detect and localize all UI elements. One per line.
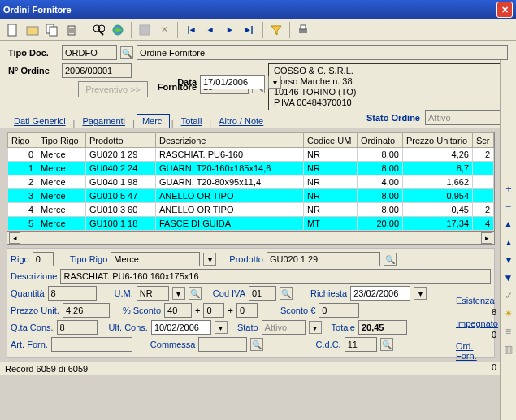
next-icon[interactable]: ▸ [222, 22, 238, 38]
sconto1-field[interactable]: 40 [164, 303, 192, 318]
cdc-field[interactable]: 11 [345, 337, 377, 352]
prodotto-lookup-icon[interactable]: 🔍 [384, 253, 397, 266]
copy-icon[interactable] [44, 22, 60, 38]
stato-ordine-label: Stato Ordine [366, 113, 420, 123]
tab-totali[interactable]: Totali [176, 114, 208, 128]
first-icon[interactable]: |◂ [183, 22, 199, 38]
data-field[interactable]: 17/01/2006 [200, 75, 265, 89]
add-row-icon[interactable]: ＋ [502, 182, 515, 195]
globe-icon[interactable] [110, 22, 126, 38]
supplier-box: COSSO & C. S.R.L. Corso Marche n. 38 101… [268, 63, 508, 110]
sconto3-field[interactable]: 0 [236, 303, 258, 318]
svg-rect-3 [50, 27, 57, 36]
stato-field[interactable]: Attivo [262, 320, 306, 335]
tab-pagamenti[interactable]: Pagamenti [76, 114, 131, 128]
open-icon[interactable] [24, 22, 41, 38]
remove-row-icon[interactable]: − [502, 200, 515, 213]
preventivo-button: Preventivo >> [78, 81, 148, 97]
rigo-field: 0 [33, 252, 54, 266]
move-up-icon[interactable]: ▴ [502, 236, 515, 249]
codiva-field[interactable]: 01 [249, 286, 276, 301]
quantita-field[interactable]: 8 [48, 286, 97, 301]
tipo-doc-lookup[interactable]: 🔍 [120, 46, 133, 59]
svg-point-10 [98, 25, 105, 32]
move-down-icon[interactable]: ▾ [502, 253, 515, 266]
nordine-field: 2006/00001 [62, 63, 132, 78]
delete-icon[interactable] [63, 22, 80, 38]
qtacons-field: 8 [57, 320, 98, 335]
svg-rect-0 [8, 24, 16, 36]
stock-panel: Esistenza 8 Impegnato 0 Ord. Forn. 0 [456, 296, 498, 374]
new-icon[interactable] [5, 22, 21, 38]
svg-rect-1 [27, 27, 38, 35]
titlebar: Ordini Fornitore ✕ [0, 0, 516, 19]
artforn-field[interactable] [51, 337, 132, 352]
tipo-doc-desc: Ordine Fornitore [137, 45, 508, 60]
list-icon[interactable]: ≡ [502, 325, 515, 338]
richiesta-field[interactable]: 23/02/2006 [350, 286, 410, 301]
toolbar: ✕ |◂ ◂ ▸ ▸| [0, 19, 516, 41]
prev-icon[interactable]: ◂ [202, 22, 219, 38]
tipo-doc-field: ORDFO [62, 45, 117, 60]
horizontal-scrollbar[interactable]: ◂▸ [7, 231, 494, 244]
chevron-down-icon[interactable]: ▾ [414, 287, 427, 300]
detail-panel: Rigo 0 Tipo Rigo Merce▾ Prodotto GU020 1… [7, 248, 495, 358]
sidebar-tools: ＋ − ▲ ▴ ▾ ▼ ✓ ✴ ≡ ▥ [500, 60, 516, 420]
nordine-label: N° Ordine [8, 66, 59, 76]
move-bottom-icon[interactable]: ▼ [502, 271, 515, 284]
window-title: Ordini Fornitore [3, 5, 72, 15]
chevron-down-icon[interactable]: ▾ [203, 253, 216, 266]
cancel-icon[interactable]: ✕ [156, 22, 172, 38]
ultcons-field[interactable]: 10/02/2006 [151, 320, 211, 335]
data-label: Data [151, 77, 197, 87]
sconto-euro-field[interactable]: 0 [319, 303, 359, 318]
table-row[interactable]: 5MerceGU100 1 18FASCE DI GUIDAMT20,0017,… [8, 217, 494, 231]
grid[interactable]: Rigo Tipo Rigo Prodotto Descrizione Codi… [7, 132, 494, 231]
filter-icon[interactable] [268, 22, 284, 38]
statusbar: Record 6059 di 6059 [0, 362, 516, 375]
svg-rect-12 [140, 25, 150, 35]
totale-field: 20,45 [358, 320, 407, 335]
print-icon[interactable] [295, 22, 311, 38]
save-icon[interactable] [137, 22, 153, 38]
table-row[interactable]: 2MerceGU040 1 98GUARN. T20-80x95x11,4NR4… [8, 175, 494, 189]
commessa-field[interactable] [198, 337, 247, 352]
tab-merci[interactable]: Merci [137, 114, 170, 128]
prodotto-field[interactable]: GU020 1 29 [267, 252, 380, 266]
tiporigo-field[interactable]: Merce [111, 252, 200, 266]
stato-ordine-field: Attivo [425, 110, 506, 125]
sconto2-field[interactable]: 0 [203, 303, 224, 318]
find-icon[interactable] [90, 22, 106, 38]
descrizione-field[interactable]: RASCHIAT. PU6-160 160x175x16 [60, 269, 491, 284]
tipo-doc-label: Tipo Doc. [8, 48, 59, 58]
table-row[interactable]: 4MerceGU010 3 60ANELLO OR TIPONR8,000,45… [8, 203, 494, 217]
prezzo-unit-field[interactable]: 4,26 [63, 303, 110, 318]
table-row[interactable]: 0MerceGU020 1 29RASCHIAT. PU6-160NR8,004… [8, 148, 494, 162]
svg-rect-14 [301, 25, 306, 29]
tab-altro-note[interactable]: Altro / Note [213, 114, 269, 128]
barcode-icon[interactable]: ▥ [502, 343, 515, 356]
tab-dati-generici[interactable]: Dati Generici [8, 114, 72, 128]
um-field[interactable]: NR [137, 286, 169, 301]
table-row[interactable]: 3MerceGU010 5 47ANELLO OR TIPONR8,000,95… [8, 189, 494, 203]
confirm-icon[interactable]: ✓ [502, 289, 515, 302]
table-row[interactable]: 1MerceGU040 2 24GUARN. T20-160x185x14,6N… [8, 162, 494, 175]
close-button[interactable]: ✕ [496, 2, 513, 18]
data-dropdown-icon[interactable]: ▾ [268, 76, 281, 89]
last-icon[interactable]: ▸| [241, 22, 258, 38]
move-top-icon[interactable]: ▲ [502, 218, 515, 231]
tool-icon[interactable]: ✴ [502, 307, 515, 320]
